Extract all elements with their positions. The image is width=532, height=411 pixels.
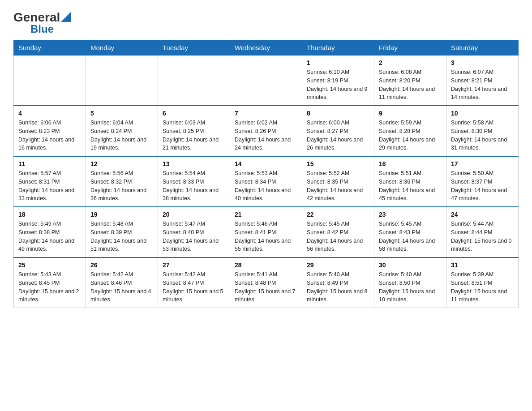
calendar-week-5: 25Sunrise: 5:43 AM Sunset: 8:45 PM Dayli… xyxy=(14,257,519,308)
day-number: 24 xyxy=(451,211,514,218)
calendar-week-4: 18Sunrise: 5:49 AM Sunset: 8:38 PM Dayli… xyxy=(14,207,519,257)
day-info: Sunrise: 6:03 AM Sunset: 8:25 PM Dayligh… xyxy=(163,119,225,152)
day-number: 23 xyxy=(379,211,442,218)
day-info: Sunrise: 5:53 AM Sunset: 8:34 PM Dayligh… xyxy=(235,169,297,203)
day-number: 27 xyxy=(163,261,225,269)
calendar-cell: 12Sunrise: 5:56 AM Sunset: 8:32 PM Dayli… xyxy=(86,156,158,207)
day-info: Sunrise: 6:10 AM Sunset: 8:19 PM Dayligh… xyxy=(307,68,369,102)
day-info: Sunrise: 6:02 AM Sunset: 8:26 PM Dayligh… xyxy=(235,119,297,152)
logo: General Blue xyxy=(13,9,71,35)
calendar-cell: 19Sunrise: 5:48 AM Sunset: 8:39 PM Dayli… xyxy=(86,207,158,257)
day-number: 6 xyxy=(163,110,225,117)
calendar-cell: 6Sunrise: 6:03 AM Sunset: 8:25 PM Daylig… xyxy=(158,106,230,156)
day-info: Sunrise: 5:45 AM Sunset: 8:43 PM Dayligh… xyxy=(379,220,442,253)
day-number: 1 xyxy=(307,59,369,66)
weekday-header-saturday: Saturday xyxy=(446,40,519,56)
weekday-header-row: SundayMondayTuesdayWednesdayThursdayFrid… xyxy=(14,40,519,56)
calendar-cell: 23Sunrise: 5:45 AM Sunset: 8:43 PM Dayli… xyxy=(374,207,446,257)
day-number: 10 xyxy=(451,110,514,117)
calendar-cell: 31Sunrise: 5:39 AM Sunset: 8:51 PM Dayli… xyxy=(446,257,519,308)
day-info: Sunrise: 5:40 AM Sunset: 8:49 PM Dayligh… xyxy=(307,270,369,304)
day-info: Sunrise: 5:39 AM Sunset: 8:51 PM Dayligh… xyxy=(451,270,514,304)
day-info: Sunrise: 5:42 AM Sunset: 8:47 PM Dayligh… xyxy=(163,270,225,304)
day-info: Sunrise: 5:58 AM Sunset: 8:30 PM Dayligh… xyxy=(451,119,514,152)
day-number: 4 xyxy=(18,110,81,117)
day-info: Sunrise: 5:47 AM Sunset: 8:40 PM Dayligh… xyxy=(163,220,225,253)
day-info: Sunrise: 5:49 AM Sunset: 8:38 PM Dayligh… xyxy=(18,220,81,253)
day-number: 14 xyxy=(235,160,297,167)
day-number: 29 xyxy=(307,261,369,269)
day-number: 11 xyxy=(18,160,81,167)
weekday-header-thursday: Thursday xyxy=(302,40,374,56)
day-info: Sunrise: 6:06 AM Sunset: 8:23 PM Dayligh… xyxy=(18,119,81,152)
calendar-cell: 8Sunrise: 6:00 AM Sunset: 8:27 PM Daylig… xyxy=(302,106,374,156)
day-number: 18 xyxy=(18,211,81,218)
calendar-cell: 15Sunrise: 5:52 AM Sunset: 8:35 PM Dayli… xyxy=(302,156,374,207)
day-info: Sunrise: 5:57 AM Sunset: 8:31 PM Dayligh… xyxy=(18,169,81,203)
calendar-cell: 14Sunrise: 5:53 AM Sunset: 8:34 PM Dayli… xyxy=(230,156,302,207)
day-info: Sunrise: 5:45 AM Sunset: 8:42 PM Dayligh… xyxy=(307,220,369,253)
day-number: 7 xyxy=(235,110,297,117)
weekday-header-monday: Monday xyxy=(86,40,158,56)
day-info: Sunrise: 5:46 AM Sunset: 8:41 PM Dayligh… xyxy=(235,220,297,253)
calendar-cell: 3Sunrise: 6:07 AM Sunset: 8:21 PM Daylig… xyxy=(446,56,519,106)
calendar-cell: 21Sunrise: 5:46 AM Sunset: 8:41 PM Dayli… xyxy=(230,207,302,257)
calendar-week-2: 4Sunrise: 6:06 AM Sunset: 8:23 PM Daylig… xyxy=(14,106,519,156)
logo-general: General xyxy=(13,11,60,24)
day-info: Sunrise: 5:48 AM Sunset: 8:39 PM Dayligh… xyxy=(90,220,153,253)
calendar-cell: 7Sunrise: 6:02 AM Sunset: 8:26 PM Daylig… xyxy=(230,106,302,156)
calendar-cell xyxy=(14,56,86,106)
calendar-cell: 2Sunrise: 6:08 AM Sunset: 8:20 PM Daylig… xyxy=(374,56,446,106)
day-number: 28 xyxy=(235,261,297,269)
calendar-cell: 5Sunrise: 6:04 AM Sunset: 8:24 PM Daylig… xyxy=(86,106,158,156)
day-number: 2 xyxy=(379,59,442,66)
calendar-cell: 29Sunrise: 5:40 AM Sunset: 8:49 PM Dayli… xyxy=(302,257,374,308)
day-number: 8 xyxy=(307,110,369,117)
calendar-cell: 22Sunrise: 5:45 AM Sunset: 8:42 PM Dayli… xyxy=(302,207,374,257)
day-number: 21 xyxy=(235,211,297,218)
calendar-cell: 24Sunrise: 5:44 AM Sunset: 8:44 PM Dayli… xyxy=(446,207,519,257)
weekday-header-tuesday: Tuesday xyxy=(158,40,230,56)
day-number: 9 xyxy=(379,110,442,117)
day-info: Sunrise: 6:04 AM Sunset: 8:24 PM Dayligh… xyxy=(90,119,153,152)
calendar-cell: 11Sunrise: 5:57 AM Sunset: 8:31 PM Dayli… xyxy=(14,156,86,207)
day-info: Sunrise: 5:44 AM Sunset: 8:44 PM Dayligh… xyxy=(451,220,514,253)
day-number: 5 xyxy=(90,110,153,117)
day-number: 22 xyxy=(307,211,369,218)
day-number: 17 xyxy=(451,160,514,167)
calendar-cell: 27Sunrise: 5:42 AM Sunset: 8:47 PM Dayli… xyxy=(158,257,230,308)
calendar-cell: 28Sunrise: 5:41 AM Sunset: 8:48 PM Dayli… xyxy=(230,257,302,308)
calendar-cell: 4Sunrise: 6:06 AM Sunset: 8:23 PM Daylig… xyxy=(14,106,86,156)
calendar-cell xyxy=(230,56,302,106)
day-info: Sunrise: 5:59 AM Sunset: 8:28 PM Dayligh… xyxy=(379,119,442,152)
day-number: 31 xyxy=(451,261,514,269)
day-info: Sunrise: 5:43 AM Sunset: 8:45 PM Dayligh… xyxy=(18,270,81,304)
calendar-cell xyxy=(86,56,158,106)
weekday-header-wednesday: Wednesday xyxy=(230,40,302,56)
calendar-cell: 26Sunrise: 5:42 AM Sunset: 8:46 PM Dayli… xyxy=(86,257,158,308)
day-info: Sunrise: 5:40 AM Sunset: 8:50 PM Dayligh… xyxy=(379,270,442,304)
calendar-cell: 30Sunrise: 5:40 AM Sunset: 8:50 PM Dayli… xyxy=(374,257,446,308)
day-number: 16 xyxy=(379,160,442,167)
svg-marker-0 xyxy=(61,12,71,22)
day-number: 19 xyxy=(90,211,153,218)
day-info: Sunrise: 5:50 AM Sunset: 8:37 PM Dayligh… xyxy=(451,169,514,203)
day-number: 3 xyxy=(451,59,514,66)
logo-blue: Blue xyxy=(30,23,54,35)
calendar-cell: 17Sunrise: 5:50 AM Sunset: 8:37 PM Dayli… xyxy=(446,156,519,207)
day-info: Sunrise: 6:07 AM Sunset: 8:21 PM Dayligh… xyxy=(451,68,514,102)
day-number: 25 xyxy=(18,261,81,269)
day-number: 30 xyxy=(379,261,442,269)
day-number: 20 xyxy=(163,211,225,218)
weekday-header-friday: Friday xyxy=(374,40,446,56)
day-info: Sunrise: 5:56 AM Sunset: 8:32 PM Dayligh… xyxy=(90,169,153,203)
weekday-header-sunday: Sunday xyxy=(14,40,86,56)
day-info: Sunrise: 5:54 AM Sunset: 8:33 PM Dayligh… xyxy=(163,169,225,203)
calendar-week-1: 1Sunrise: 6:10 AM Sunset: 8:19 PM Daylig… xyxy=(14,56,519,106)
calendar-cell: 1Sunrise: 6:10 AM Sunset: 8:19 PM Daylig… xyxy=(302,56,374,106)
calendar-cell: 13Sunrise: 5:54 AM Sunset: 8:33 PM Dayli… xyxy=(158,156,230,207)
calendar-week-3: 11Sunrise: 5:57 AM Sunset: 8:31 PM Dayli… xyxy=(14,156,519,207)
calendar-cell: 16Sunrise: 5:51 AM Sunset: 8:36 PM Dayli… xyxy=(374,156,446,207)
calendar-cell: 9Sunrise: 5:59 AM Sunset: 8:28 PM Daylig… xyxy=(374,106,446,156)
day-info: Sunrise: 5:51 AM Sunset: 8:36 PM Dayligh… xyxy=(379,169,442,203)
